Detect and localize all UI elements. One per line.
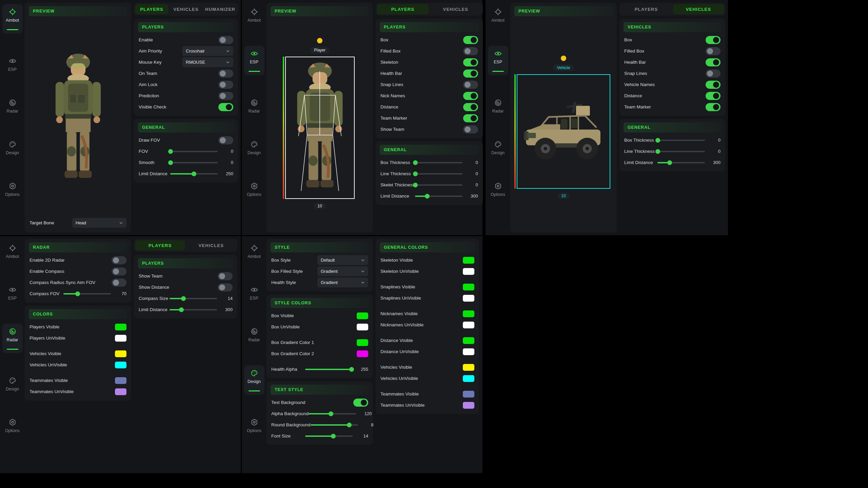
slider-track[interactable] [305, 369, 353, 370]
sidebar-item[interactable]: ESP [244, 46, 264, 75]
toggle-switch[interactable] [463, 69, 478, 78]
slider-thumb[interactable] [75, 291, 80, 296]
toggle-switch[interactable] [463, 47, 478, 55]
slider-thumb[interactable] [347, 423, 352, 427]
color-swatch[interactable] [115, 335, 126, 342]
toggle-switch[interactable] [112, 256, 126, 264]
toggle-switch[interactable] [218, 81, 233, 89]
dropdown-select[interactable]: Gradient [317, 278, 368, 287]
sidebar-item[interactable]: ESP [2, 53, 23, 75]
sidebar-item[interactable]: Design [244, 365, 264, 395]
color-swatch[interactable] [357, 324, 368, 330]
slider-track[interactable] [415, 162, 462, 163]
toggle-switch[interactable] [706, 36, 721, 44]
sidebar-item[interactable]: Radar [488, 95, 508, 117]
slider-thumb[interactable] [331, 434, 336, 439]
sidebar-item[interactable]: Radar [244, 324, 264, 346]
dropdown-select[interactable]: Gradient [317, 266, 368, 276]
toggle-switch[interactable] [463, 125, 478, 134]
dropdown-select[interactable]: RMOUSE [182, 57, 233, 67]
color-swatch[interactable] [115, 350, 126, 357]
toggle-switch[interactable] [112, 267, 126, 276]
slider-track[interactable] [170, 298, 217, 299]
toggle-switch[interactable] [112, 279, 126, 287]
slider[interactable]: 300 [657, 160, 721, 165]
slider-track[interactable] [170, 173, 218, 175]
toggle-switch[interactable] [706, 103, 721, 111]
sidebar-item[interactable]: Aimbot [244, 240, 264, 262]
slider-track[interactable] [657, 162, 705, 163]
slider-thumb[interactable] [349, 367, 354, 372]
dropdown-select[interactable]: Crosshair [182, 46, 233, 56]
slider-thumb[interactable] [181, 296, 186, 301]
dropdown-select[interactable]: Default [317, 255, 368, 265]
color-swatch[interactable] [115, 362, 126, 368]
slider-track[interactable] [415, 173, 462, 175]
sidebar-item[interactable]: Design [488, 137, 508, 159]
tab[interactable]: PLAYERS [135, 4, 168, 14]
slider-track[interactable] [63, 293, 111, 294]
color-swatch[interactable] [463, 364, 474, 371]
slider[interactable]: 70 [63, 291, 126, 296]
slider[interactable]: 14 [170, 296, 233, 301]
color-swatch[interactable] [463, 391, 474, 398]
slider[interactable]: 0 [415, 171, 478, 176]
slider[interactable]: 0 [657, 149, 721, 154]
sidebar-item[interactable]: ESP [488, 46, 508, 75]
slider[interactable]: 0 [657, 138, 721, 143]
toggle-switch[interactable] [706, 58, 721, 66]
tab[interactable]: HUMANIZER [204, 4, 237, 14]
toggle-switch[interactable] [463, 103, 478, 111]
toggle-switch[interactable] [353, 399, 368, 407]
toggle-switch[interactable] [218, 36, 233, 44]
toggle-switch[interactable] [218, 69, 233, 78]
slider[interactable]: 0 [170, 160, 233, 165]
slider-track[interactable] [415, 196, 462, 197]
sidebar-item[interactable]: Aimbot [2, 240, 23, 262]
slider[interactable]: 0 [415, 182, 478, 187]
slider-track[interactable] [170, 309, 217, 310]
tab[interactable]: VEHICLES [430, 4, 481, 14]
toggle-switch[interactable] [218, 272, 233, 280]
tab[interactable]: PLAYERS [377, 4, 429, 14]
color-swatch[interactable] [463, 322, 474, 328]
sidebar-item[interactable]: Options [244, 414, 264, 436]
slider-thumb[interactable] [168, 160, 173, 165]
tab[interactable]: PLAYERS [135, 240, 185, 250]
slider-track[interactable] [309, 413, 356, 414]
slider[interactable]: 0 [415, 160, 478, 165]
slider-thumb[interactable] [192, 171, 196, 176]
toggle-switch[interactable] [463, 58, 478, 66]
sidebar-item[interactable]: Options [2, 178, 23, 200]
slider-thumb[interactable] [413, 183, 418, 187]
toggle-switch[interactable] [218, 103, 233, 111]
toggle-switch[interactable] [463, 81, 478, 89]
toggle-switch[interactable] [463, 92, 478, 100]
tab[interactable]: VEHICLES [186, 240, 236, 250]
slider-thumb[interactable] [425, 194, 430, 199]
sidebar-item[interactable]: Radar [244, 95, 264, 117]
sidebar-item[interactable]: Options [244, 178, 264, 200]
color-swatch[interactable] [463, 337, 474, 344]
color-swatch[interactable] [357, 339, 368, 346]
slider[interactable]: 14 [305, 433, 368, 439]
slider[interactable]: 300 [415, 194, 478, 199]
slider[interactable]: 120 [309, 411, 372, 416]
color-swatch[interactable] [463, 268, 474, 275]
color-swatch[interactable] [115, 377, 126, 384]
color-swatch[interactable] [463, 295, 474, 302]
color-swatch[interactable] [463, 375, 474, 382]
slider-track[interactable] [657, 140, 705, 141]
target-bone-select[interactable]: Head [72, 218, 126, 228]
slider-track[interactable] [311, 424, 358, 426]
slider-thumb[interactable] [168, 149, 173, 154]
slider[interactable]: 300 [170, 307, 233, 312]
sidebar-item[interactable]: Design [2, 373, 23, 395]
toggle-switch[interactable] [218, 283, 233, 291]
slider-track[interactable] [415, 184, 462, 186]
sidebar-item[interactable]: Aimbot [2, 4, 23, 34]
slider-track[interactable] [657, 151, 705, 152]
slider-thumb[interactable] [179, 307, 184, 312]
slider[interactable]: 0 [170, 149, 233, 154]
sidebar-item[interactable]: Options [2, 414, 23, 436]
